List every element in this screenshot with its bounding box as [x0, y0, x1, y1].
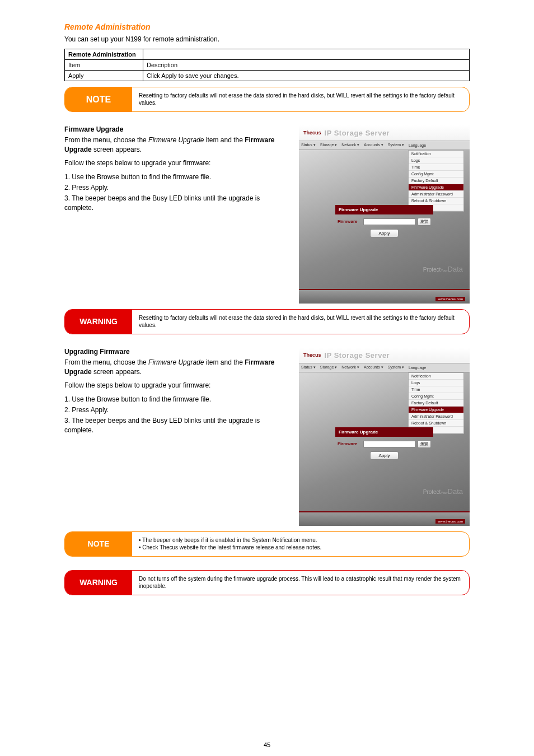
step: 3. The beeper beeps and the Busy LED bli… [64, 194, 289, 213]
field-label: Firmware [338, 219, 361, 224]
menu-item[interactable]: Accounts ▾ [364, 143, 383, 147]
dropdown-item[interactable]: Logs [409, 157, 463, 164]
logo: Thecus [303, 352, 321, 358]
table-header [143, 49, 470, 59]
firmware-panel: Firmware Upgrade Firmware 瀏覽 Apply [335, 205, 433, 241]
menu-item[interactable]: Storage ▾ [320, 365, 337, 370]
warning-callout: WARNING Do not turns off the system duri… [64, 570, 470, 595]
step: 1. Use the Browse button to find the fir… [64, 395, 289, 404]
dropdown-item[interactable]: Reboot & Shutdown [409, 420, 463, 427]
table-cell: Description [143, 59, 470, 70]
dropdown-item[interactable]: Administrator Password [409, 191, 463, 198]
table-cell: Apply [65, 70, 143, 81]
table-row: Item Description [65, 59, 470, 70]
menu-item[interactable]: Language [409, 143, 426, 147]
table-cell: Item [65, 59, 143, 70]
intro-paragraph: You can set up your N199 for remote admi… [64, 35, 470, 44]
screenshot: Thecus IP Storage Server Status ▾ Storag… [299, 348, 470, 526]
step: 2. Press Apply. [64, 183, 289, 193]
menubar: Status ▾ Storage ▾ Network ▾ Accounts ▾ … [299, 141, 470, 150]
dropdown-item[interactable]: Notification [409, 151, 463, 157]
system-dropdown: Notification Logs Time Config Mgmt Facto… [408, 372, 464, 434]
menu-item[interactable]: System ▾ [388, 365, 404, 370]
menubar: Status ▾ Storage ▾ Network ▾ Accounts ▾ … [299, 363, 470, 372]
note-body: • The beeper only beeps if it is enabled… [132, 532, 328, 556]
dropdown-item[interactable]: Firmware Upgrade [409, 407, 463, 413]
apply-button[interactable]: Apply [370, 451, 398, 460]
firmware-input[interactable] [363, 441, 415, 447]
browse-button[interactable]: 瀏覽 [418, 218, 431, 226]
table-row: Apply Click Apply to save your changes. [65, 70, 470, 81]
steps-lead: Follow the steps below to upgrade your f… [64, 158, 289, 168]
table-header: Remote Administration [65, 49, 143, 59]
dropdown-item[interactable]: Reboot & Shutdown [409, 198, 463, 204]
step: 1. Use the Browse button to find the fir… [64, 172, 289, 182]
step: 3. The beeper beeps and the Busy LED bli… [64, 416, 289, 435]
browse-button[interactable]: 瀏覽 [418, 440, 431, 448]
menu-item[interactable]: Network ▾ [341, 365, 359, 370]
system-dropdown: Notification Logs Time Config Mgmt Facto… [408, 150, 464, 212]
warning-body: Resetting to factory defaults will not e… [132, 310, 469, 334]
warning-label: WARNING [65, 571, 132, 595]
firmware-panel: Firmware Upgrade Firmware 瀏覽 Apply [335, 427, 433, 463]
footer-url: www.thecus.com [435, 297, 465, 301]
tagline: ProtectYourData [423, 487, 463, 496]
firmware-input[interactable] [363, 218, 415, 225]
note-body: Resetting to factory defaults will not e… [132, 87, 469, 111]
menu-item[interactable]: Language [409, 366, 426, 370]
field-label: Firmware [338, 441, 361, 446]
menu-item[interactable]: Status ▾ [301, 143, 316, 147]
menu-item[interactable]: Network ▾ [341, 143, 359, 147]
dropdown-item[interactable]: Factory Default [409, 400, 463, 407]
note-label: NOTE [65, 87, 132, 111]
note-callout: NOTE Resetting to factory defaults will … [64, 87, 470, 112]
menu-item[interactable]: System ▾ [388, 143, 404, 147]
panel-title: Firmware Upgrade [335, 427, 433, 437]
dropdown-item[interactable]: Config Mgmt [409, 393, 463, 400]
warning-label: WARNING [65, 310, 132, 334]
note-callout: NOTE • The beeper only beeps if it is en… [64, 531, 470, 557]
dropdown-item[interactable]: Administrator Password [409, 413, 463, 420]
menu-item[interactable]: Status ▾ [301, 365, 316, 370]
firmware-paragraph: From the menu, choose the Firmware Upgra… [64, 136, 289, 155]
panel-title: Firmware Upgrade [335, 205, 433, 214]
apply-button[interactable]: Apply [370, 229, 398, 237]
dropdown-item[interactable]: Logs [409, 380, 463, 386]
firmware-paragraph: From the menu, choose the Firmware Upgra… [64, 358, 289, 377]
menu-item[interactable]: Accounts ▾ [364, 365, 383, 370]
section-heading: Upgrading Firmware [64, 348, 289, 356]
screenshot: Thecus IP Storage Server Status ▾ Storag… [299, 125, 470, 304]
footer-url: www.thecus.com [435, 519, 465, 524]
table-cell: Click Apply to save your changes. [143, 70, 470, 81]
app-title: IP Storage Server [325, 129, 390, 137]
logo: Thecus [303, 130, 321, 136]
warning-callout: WARNING Resetting to factory defaults wi… [64, 309, 470, 334]
dropdown-item[interactable]: Factory Default [409, 178, 463, 184]
remote-admin-table: Remote Administration Item Description A… [64, 49, 470, 81]
dropdown-item[interactable]: Firmware Upgrade [409, 184, 463, 191]
warning-body: Do not turns off the system during the f… [132, 571, 469, 595]
app-title: IP Storage Server [325, 351, 390, 360]
page-title: Remote Administration [64, 22, 470, 31]
menu-item[interactable]: Storage ▾ [320, 143, 337, 147]
dropdown-item[interactable]: Time [409, 164, 463, 171]
note-label: NOTE [65, 532, 132, 556]
dropdown-item[interactable]: Config Mgmt [409, 171, 463, 178]
dropdown-item[interactable]: Time [409, 386, 463, 393]
step: 2. Press Apply. [64, 405, 289, 415]
dropdown-item[interactable]: Notification [409, 373, 463, 380]
steps-lead: Follow the steps below to upgrade your f… [64, 381, 289, 390]
tagline: ProtectYourData [423, 265, 463, 273]
section-heading: Firmware Upgrade [64, 125, 289, 133]
table-row: Remote Administration [65, 49, 470, 59]
